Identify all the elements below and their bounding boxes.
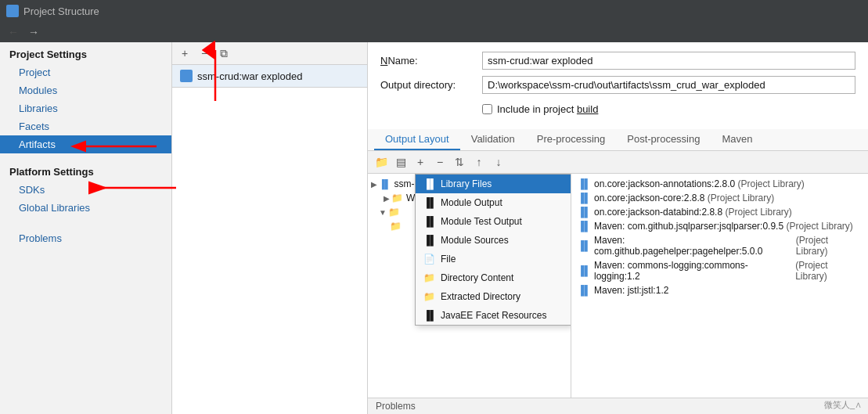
bars-icon-7: ▐▌	[578, 285, 591, 296]
bars-icon-5: ▐▌	[578, 240, 591, 251]
include-label: Include in project	[497, 103, 574, 115]
output-dir-row: Output directory:	[380, 76, 855, 94]
name-label: NName:	[380, 55, 482, 67]
info-row-4: ▐▌ Maven: com.github.jsqlparser:jsqlpars…	[578, 219, 862, 233]
module-test-output-icon: ▐▌	[423, 216, 436, 227]
bars-icon-1: ▐▌	[578, 178, 591, 189]
tab-pre-processing[interactable]: Pre-processing	[526, 129, 616, 150]
folder-icon-f2: 📁	[390, 221, 402, 232]
sidebar-item-artifacts[interactable]: Artifacts	[0, 135, 171, 153]
output-bars-button[interactable]: ▤	[392, 153, 409, 171]
file-icon: 📄	[423, 254, 436, 265]
bars-icon: ▐▌	[379, 179, 391, 189]
output-folder-button[interactable]: 📁	[373, 153, 390, 171]
title-bar: Project Structure	[0, 0, 868, 22]
bars-icon-6: ▐▌	[578, 265, 591, 276]
tabs-bar: Output Layout Validation Pre-processing …	[368, 129, 868, 151]
build-underline: build	[577, 103, 598, 115]
module-output-icon: ▐▌	[423, 197, 436, 208]
name-row: NName:	[380, 52, 855, 70]
sidebar-item-sdks[interactable]: SDKs	[0, 181, 171, 199]
output-sort-button[interactable]: ⇅	[451, 153, 468, 171]
output-add-button[interactable]: +	[412, 153, 429, 171]
project-settings-title: Project Settings	[0, 42, 171, 63]
bars-icon-2: ▐▌	[578, 193, 591, 203]
dropdown-item-directory-content[interactable]: 📁 Directory Content	[416, 268, 571, 287]
output-content: ▶ ▐▌ ssm-... ▶ 📁 WEB-INF ▼ 📁 📁	[368, 174, 868, 398]
middle-toolbar: + − ⧉	[172, 42, 367, 65]
output-dir-input[interactable]	[482, 76, 855, 94]
dropdown-item-module-test-output[interactable]: ▐▌ Module Test Output	[416, 212, 571, 231]
problems-label: Problems	[376, 401, 416, 412]
output-remove-button[interactable]: −	[431, 153, 448, 171]
sidebar: Project Settings Project Modules Librari…	[0, 42, 172, 414]
dropdown-item-library-files[interactable]: ▐▌ Library Files	[416, 175, 571, 193]
library-files-icon: ▐▌	[423, 178, 436, 189]
info-panel: ▐▌ on.core:jackson-annotations:2.8.0 (Pr…	[571, 174, 868, 398]
output-up-button[interactable]: ↑	[470, 153, 488, 171]
add-artifact-button[interactable]: +	[176, 45, 193, 62]
copy-artifact-button[interactable]: ⧉	[215, 45, 232, 62]
folder-icon-f1: 📁	[388, 207, 400, 218]
sidebar-item-modules[interactable]: Modules	[0, 81, 171, 99]
javaee-facet-icon: ▐▌	[423, 310, 436, 321]
info-row-6: ▐▌ Maven: commons-logging:commons-loggin…	[578, 258, 862, 283]
artifact-form: NName: Output directory: Include in proj…	[368, 42, 868, 129]
back-button[interactable]: ←	[5, 24, 22, 40]
expand-arrow-webinf: ▶	[384, 194, 390, 203]
module-sources-icon: ▐▌	[423, 235, 436, 246]
app-icon	[6, 5, 19, 17]
tab-validation[interactable]: Validation	[460, 129, 526, 150]
bars-icon-4: ▐▌	[578, 221, 591, 232]
forward-button[interactable]: →	[25, 24, 42, 40]
tab-post-processing[interactable]: Post-processing	[616, 129, 711, 150]
watermark: 微笑人_∧	[824, 399, 862, 411]
remove-artifact-button[interactable]: −	[196, 45, 213, 62]
tab-output-layout[interactable]: Output Layout	[374, 129, 460, 150]
sidebar-item-global-libraries[interactable]: Global Libraries	[0, 199, 171, 217]
info-row-7: ▐▌ Maven: jstl:jstl:1.2	[578, 283, 862, 297]
sidebar-item-project[interactable]: Project	[0, 63, 171, 81]
artifact-name: ssm-crud:war exploded	[197, 70, 302, 82]
expand-arrow-f1: ▼	[379, 208, 387, 217]
tree-panel: ▶ ▐▌ ssm-... ▶ 📁 WEB-INF ▼ 📁 📁	[368, 174, 571, 398]
name-input[interactable]	[482, 52, 855, 70]
bars-icon-3: ▐▌	[578, 207, 591, 218]
output-down-button[interactable]: ↓	[490, 153, 507, 171]
output-layout-area: 📁 ▤ + − ⇅ ↑ ↓ ▶ ▐▌ ssm-...	[368, 151, 868, 398]
main-container: Project Settings Project Modules Librari…	[0, 42, 868, 414]
info-row-2: ▐▌ on.core:jackson-core:2.8.8 (Project L…	[578, 191, 862, 205]
sidebar-item-problems[interactable]: Problems	[0, 229, 171, 247]
output-dir-label: Output directory:	[380, 79, 482, 91]
dropdown-item-extracted-directory[interactable]: 📁 Extracted Directory	[416, 287, 571, 306]
info-row-5: ▐▌ Maven: com.github.pagehelper:pagehelp…	[578, 233, 862, 258]
title-text: Project Structure	[23, 5, 99, 17]
dropdown-item-file[interactable]: 📄 File	[416, 250, 571, 268]
tab-maven[interactable]: Maven	[711, 129, 763, 150]
sidebar-item-libraries[interactable]: Libraries	[0, 99, 171, 117]
directory-content-icon: 📁	[423, 272, 436, 283]
expand-arrow: ▶	[371, 180, 377, 189]
extracted-directory-icon: 📁	[423, 291, 436, 302]
dropdown-menu: ▐▌ Library Files ▐▌ Module Output ▐▌ Mod…	[415, 174, 571, 326]
right-panel: NName: Output directory: Include in proj…	[368, 42, 868, 414]
dropdown-item-module-sources[interactable]: ▐▌ Module Sources	[416, 231, 571, 250]
middle-panel: + − ⧉ ssm-crud:war exploded	[172, 42, 368, 414]
output-toolbar: 📁 ▤ + − ⇅ ↑ ↓	[368, 151, 868, 174]
include-build-checkbox[interactable]	[482, 104, 492, 114]
folder-icon-webinf: 📁	[391, 193, 403, 203]
platform-settings-title: Platform Settings	[0, 160, 171, 181]
dropdown-item-module-output[interactable]: ▐▌ Module Output	[416, 193, 571, 212]
artifact-icon	[180, 70, 193, 82]
info-row-1: ▐▌ on.core:jackson-annotations:2.8.0 (Pr…	[578, 177, 862, 191]
dropdown-item-javaee-facet[interactable]: ▐▌ JavaEE Facet Resources	[416, 306, 571, 325]
bottom-bar: Problems	[368, 398, 868, 414]
info-row-3: ▐▌ on.core:jackson-databind:2.8.8 (Proje…	[578, 205, 862, 219]
include-build-row: Include in project build	[380, 100, 855, 118]
nav-bar: ← →	[0, 22, 868, 42]
sidebar-item-facets[interactable]: Facets	[0, 117, 171, 135]
artifact-item[interactable]: ssm-crud:war exploded	[172, 65, 367, 88]
